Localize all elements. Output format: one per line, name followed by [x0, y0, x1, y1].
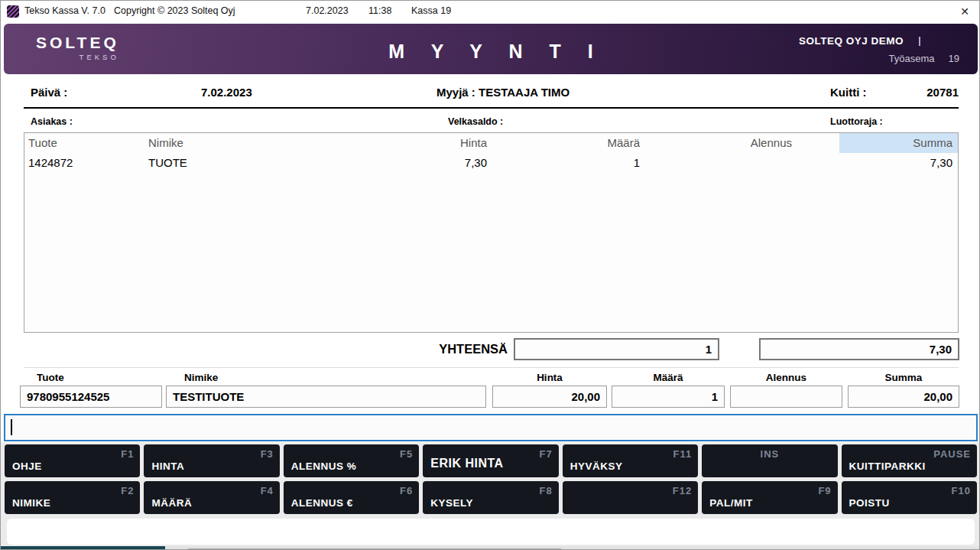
totals-label: YHTEENSÄ — [416, 342, 508, 356]
column-header-hinta: Hinta — [334, 133, 518, 153]
credit-label: Luottoraja : — [830, 116, 883, 127]
pos-window: Tekso Kassa V. 7.0 Copyright © 2023 Solt… — [0, 0, 980, 550]
date-value: 7.02.2023 — [201, 86, 252, 99]
product-name-field[interactable] — [166, 386, 486, 408]
button-ins[interactable]: INS — [702, 444, 837, 477]
button-kysely[interactable]: KYSELY F8 — [423, 481, 558, 514]
product-code-field[interactable] — [20, 386, 162, 408]
cell-alennus — [670, 153, 839, 173]
entry-label-nimike: Nimike — [184, 372, 218, 383]
date-label: Päivä : — [31, 86, 67, 99]
section-divider — [24, 107, 959, 109]
table-row[interactable]: 1424872 TUOTE 7,30 1 7,30 — [24, 153, 958, 173]
quantity-field[interactable] — [612, 386, 725, 408]
button-erik-hinta[interactable]: ERIK HINTA F7 — [423, 444, 558, 477]
entry-section-divider — [24, 367, 959, 368]
button-hinta[interactable]: HINTA F3 — [144, 444, 279, 477]
button-maara[interactable]: MÄÄRÄ F4 — [144, 481, 279, 514]
cell-tuote: 1424872 — [24, 153, 147, 173]
entry-label-maara: Määrä — [612, 372, 725, 383]
line-sum-field[interactable] — [848, 386, 959, 408]
entry-label-tuote: Tuote — [37, 372, 64, 383]
button-f12[interactable]: F12 — [563, 481, 698, 514]
app-header: SOLTEQ TEKSO M Y Y N T I SOLTEQ OYJ DEMO… — [4, 24, 978, 74]
column-header-summa: Summa — [839, 133, 958, 153]
entry-label-summa: Summa — [848, 372, 959, 383]
function-keypad: OHJE F1 HINTA F3 ALENNUS % F5 ERIK HINTA… — [5, 444, 977, 514]
cell-nimike: TUOTE — [147, 153, 334, 173]
cell-maara: 1 — [518, 153, 670, 173]
button-pal-mit[interactable]: PAL/MIT F9 — [702, 481, 837, 514]
debt-label: Velkasaldo : — [448, 116, 503, 127]
titlebar-register: Kassa 19 — [411, 5, 451, 16]
button-nimike[interactable]: NIMIKE F2 — [5, 481, 140, 514]
column-header-nimike: Nimike — [147, 133, 334, 153]
sales-lines-table: Tuote Nimike Hinta Määrä Alennus Summa 1… — [24, 132, 959, 333]
totals-quantity-box: 1 — [514, 338, 719, 360]
seller-text: Myyjä : TESTAAJA TIMO — [436, 86, 570, 99]
price-field[interactable] — [492, 386, 607, 408]
receipt-label: Kuitti : — [830, 86, 866, 99]
discount-field[interactable] — [730, 386, 842, 408]
title-bar: Tekso Kassa V. 7.0 Copyright © 2023 Solt… — [1, 1, 979, 22]
window-title: Tekso Kassa V. 7.0 — [24, 5, 105, 16]
message-box — [7, 519, 975, 545]
button-poistu[interactable]: POISTU F10 — [842, 481, 977, 514]
taskbar-fragment — [1, 546, 165, 550]
titlebar-date: 7.02.2023 — [306, 5, 349, 16]
titlebar-time: 11:38 — [368, 5, 391, 16]
header-cursor-bar — [919, 37, 920, 46]
receipt-number: 20781 — [880, 86, 959, 99]
button-alennus-prosentti[interactable]: ALENNUS % F5 — [284, 444, 419, 477]
function-key-area: OHJE F1 HINTA F3 ALENNUS % F5 ERIK HINTA… — [1, 442, 980, 550]
button-ohje[interactable]: OHJE F1 — [5, 444, 140, 477]
button-kuittiparkki[interactable]: KUITTIPARKKI PAUSE — [842, 444, 977, 477]
column-header-maara: Määrä — [518, 133, 670, 153]
totals-sum-box: 7,30 — [759, 338, 959, 360]
workstation-info: Työasema19 — [889, 53, 959, 64]
workstation-label: Työasema — [889, 53, 935, 64]
background-window-strip — [1, 546, 980, 550]
workstation-number: 19 — [949, 53, 959, 64]
column-header-tuote: Tuote — [24, 133, 147, 153]
command-input[interactable] — [4, 414, 978, 441]
copyright-text: Copyright © 2023 Solteq Oyj — [114, 5, 235, 16]
close-icon[interactable]: ✕ — [956, 4, 973, 19]
entry-label-alennus: Alennus — [730, 372, 842, 383]
button-alennus-euro[interactable]: ALENNUS € F6 — [284, 481, 419, 514]
customer-label: Asiakas : — [31, 116, 73, 127]
company-name: SOLTEQ OYJ DEMO — [799, 35, 904, 47]
column-header-alennus: Alennus — [670, 133, 839, 153]
cell-hinta: 7,30 — [334, 153, 518, 173]
button-hyvaksy[interactable]: HYVÄKSY F11 — [563, 444, 698, 477]
cell-summa: 7,30 — [839, 153, 958, 173]
text-caret — [11, 419, 12, 435]
table-header-row: Tuote Nimike Hinta Määrä Alennus Summa — [24, 133, 958, 153]
entry-label-hinta: Hinta — [492, 372, 607, 383]
app-icon — [7, 5, 19, 18]
